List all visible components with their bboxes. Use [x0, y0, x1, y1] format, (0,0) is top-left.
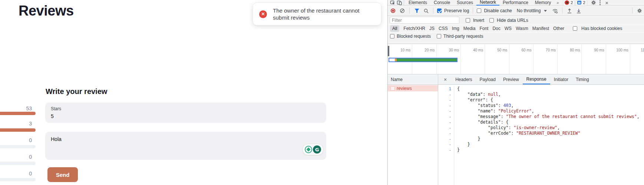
- device-toolbar-icon[interactable]: [396, 0, 403, 6]
- name-column-header[interactable]: Name: [388, 74, 438, 84]
- detail-tab-headers[interactable]: Headers: [452, 74, 476, 84]
- tab-console[interactable]: Console: [430, 0, 453, 6]
- type-chip-other[interactable]: Other: [553, 25, 564, 32]
- type-chip-all[interactable]: All: [390, 25, 399, 32]
- stars-label: Stars: [51, 106, 61, 111]
- timeline-gridline: [485, 44, 485, 74]
- request-waterfall-bar[interactable]: [389, 58, 458, 62]
- detail-tab-preview[interactable]: Preview: [499, 74, 523, 84]
- hide-data-urls-checkbox[interactable]: [489, 18, 494, 23]
- request-name: reviews: [397, 86, 412, 91]
- line-number: -: [438, 120, 454, 125]
- type-chip-doc[interactable]: Doc: [492, 25, 500, 32]
- devtools-tab-bar: ElementsConsoleSourcesNetworkPerformance…: [388, 0, 644, 6]
- code-line: "message": "The owner of the restaurant …: [457, 114, 640, 120]
- waterfall-segment: [397, 58, 457, 61]
- export-har-icon[interactable]: [575, 7, 582, 14]
- filter-funnel-icon[interactable]: [413, 7, 420, 14]
- type-chip-js[interactable]: JS: [429, 25, 435, 32]
- search-icon[interactable]: [423, 7, 429, 14]
- network-conditions-icon[interactable]: [552, 7, 558, 14]
- type-chip-fetchxhr[interactable]: Fetch/XHR: [403, 25, 425, 32]
- tab-network[interactable]: Network: [476, 0, 499, 6]
- tab-memory[interactable]: Memory: [532, 0, 554, 6]
- send-button[interactable]: Send: [47, 167, 78, 182]
- overview-scroll-handle[interactable]: [388, 46, 389, 56]
- filter-row: Invert Hide data URLs: [388, 16, 644, 24]
- suggestion-bulb-icon[interactable]: [305, 146, 312, 153]
- type-chip-css[interactable]: CSS: [439, 25, 448, 32]
- timeline-gridline: [533, 44, 534, 74]
- close-detail-icon[interactable]: ×: [444, 77, 447, 83]
- filter-input[interactable]: [390, 17, 459, 24]
- waterfall-segment: [389, 58, 395, 61]
- timeline-gridline: [606, 44, 606, 74]
- network-settings-gear-icon[interactable]: [636, 7, 643, 14]
- type-chip-wasm[interactable]: Wasm: [516, 25, 528, 32]
- tab-performance[interactable]: Performance: [499, 0, 532, 6]
- rating-bar: [0, 145, 36, 148]
- detail-tab-initiator[interactable]: Initiator: [550, 74, 572, 84]
- timeline-tick-label: 50 ms: [487, 48, 508, 53]
- review-form-heading: Write your review: [46, 87, 107, 96]
- type-chip-ws[interactable]: WS: [505, 25, 512, 32]
- type-chip-manifest[interactable]: Manifest: [532, 25, 549, 32]
- tab-elements[interactable]: Elements: [405, 0, 430, 6]
- timeline-tick-label: 90 ms: [584, 48, 604, 53]
- third-party-label: Third-party requests: [443, 34, 483, 39]
- issues-badge[interactable]: 2: [575, 0, 587, 6]
- more-tabs-icon[interactable]: »: [554, 0, 561, 5]
- type-chip-img[interactable]: Img: [452, 25, 459, 32]
- settings-gear-icon[interactable]: [590, 0, 597, 6]
- line-number: -: [438, 147, 454, 153]
- rating-bar: [0, 162, 36, 165]
- grammarly-icon[interactable]: G: [313, 145, 321, 154]
- line-number: -: [438, 131, 454, 136]
- error-toast: ✕ The owner of the restaurant cannot sub…: [253, 3, 381, 25]
- request-type-filters: AllFetch/XHRJSCSSImgMediaFontDocWSWasmMa…: [388, 24, 644, 32]
- has-blocked-cookies-checkbox[interactable]: [573, 26, 577, 31]
- preserve-log-checkbox[interactable]: [437, 9, 442, 13]
- third-party-checkbox[interactable]: [437, 34, 441, 38]
- rating-count: 0: [10, 137, 32, 143]
- blocked-requests-checkbox[interactable]: [390, 34, 394, 38]
- request-row-reviews[interactable]: reviews: [388, 85, 438, 91]
- type-chip-font[interactable]: Font: [479, 25, 488, 32]
- code-line: "policy": "is-owner-review",: [457, 125, 640, 131]
- rating-bar: [0, 178, 36, 181]
- stars-field[interactable]: Stars 5: [45, 102, 326, 123]
- tab-sources[interactable]: Sources: [453, 0, 476, 6]
- timeline-gridline: [630, 44, 630, 74]
- disable-cache-checkbox[interactable]: [477, 9, 481, 13]
- inspect-element-icon[interactable]: [389, 0, 396, 6]
- rating-bar: [0, 128, 36, 132]
- devtools-close-icon[interactable]: ×: [604, 0, 610, 6]
- detail-tab-bar: × HeadersPayloadPreviewResponseInitiator…: [438, 74, 644, 84]
- record-network-log-icon[interactable]: [390, 7, 396, 14]
- code-line: }: [457, 142, 640, 147]
- line-number: -: [438, 125, 454, 131]
- clear-network-log-icon[interactable]: [399, 7, 406, 14]
- code-line: }: [457, 136, 640, 142]
- review-textarea[interactable]: Hola: [45, 132, 326, 160]
- detail-tab-payload[interactable]: Payload: [476, 74, 499, 84]
- screenshot-root: Reviews ✕ The owner of the restaurant ca…: [0, 0, 644, 185]
- detail-tab-timing[interactable]: Timing: [572, 74, 593, 84]
- throttling-select[interactable]: No throttling: [517, 8, 541, 13]
- line-number: -: [438, 92, 454, 97]
- timeline-tick-label: 20 ms: [414, 48, 435, 53]
- invert-checkbox[interactable]: [466, 18, 470, 23]
- line-number: -: [438, 136, 454, 142]
- rating-count: 53: [10, 105, 32, 111]
- detail-tab-response[interactable]: Response: [523, 74, 550, 84]
- console-errors-badge[interactable]: ✕ 2: [563, 0, 575, 6]
- import-har-icon[interactable]: [566, 7, 573, 14]
- response-viewer: 1----------- { "data": null, "error": { …: [438, 85, 644, 185]
- blocked-requests-label: Blocked requests: [397, 34, 431, 39]
- timeline-tick-label: 40 ms: [462, 48, 483, 53]
- code-line: "details": {: [457, 120, 640, 125]
- page-title: Reviews: [19, 4, 74, 18]
- devtools-menu-icon[interactable]: [597, 0, 604, 6]
- error-icon: ✕: [565, 0, 569, 5]
- type-chip-media[interactable]: Media: [463, 25, 476, 32]
